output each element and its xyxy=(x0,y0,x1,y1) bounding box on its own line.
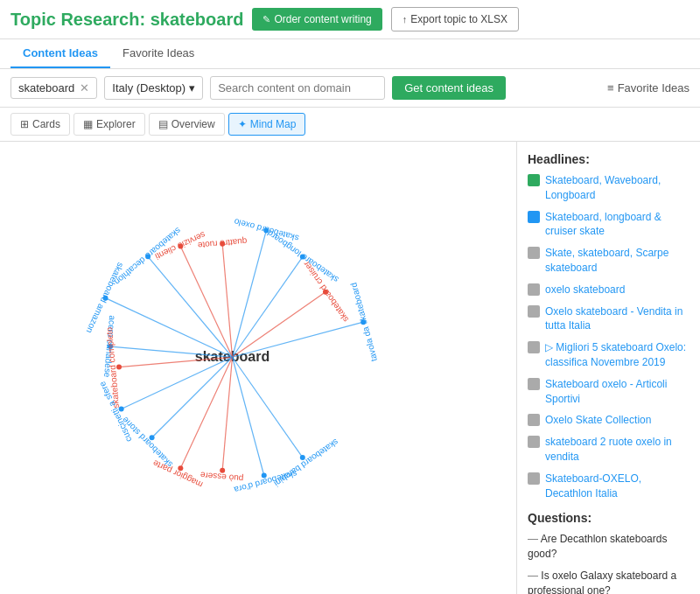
mind-map-svg: skateboardskateboard oxeloskateboard lon… xyxy=(0,142,516,594)
headline-item[interactable]: Oxelo Skate Collection xyxy=(528,413,690,428)
svg-text:tavola da skateboard: tavola da skateboard xyxy=(348,282,379,363)
get-ideas-button[interactable]: Get content ideas xyxy=(392,76,506,100)
headline-icon xyxy=(528,174,540,186)
headline-link[interactable]: oxelo skateboard xyxy=(545,283,625,297)
headline-item[interactable]: Skateboard oxelo - Articoli Sportivi xyxy=(528,377,690,407)
svg-line-4 xyxy=(233,257,303,358)
svg-text:può essere: può essere xyxy=(200,471,244,484)
headline-item[interactable]: oxelo skateboard xyxy=(528,283,690,297)
svg-line-10 xyxy=(233,322,364,357)
keyword-value: skateboard xyxy=(18,81,74,94)
sidebar-panel: Headlines: Skateboard, Waveboard, Longbo… xyxy=(516,142,700,594)
headline-item[interactable]: Skateboard-OXELO, Decathlon Italia xyxy=(528,472,690,501)
headline-icon xyxy=(528,414,540,426)
keyword-input-wrapper: skateboard ✕ xyxy=(10,77,97,99)
headline-item[interactable]: Skate, skateboard, Scarpe skateboard xyxy=(528,246,690,276)
country-select[interactable]: Italy (Desktop) ▾ xyxy=(104,76,203,100)
tab-content-ideas[interactable]: Content Ideas xyxy=(10,39,110,68)
headline-icon xyxy=(528,283,540,296)
export-topic-button[interactable]: ↑ Export topic to XLSX xyxy=(391,7,519,31)
headline-item[interactable]: Skateboard, Waveboard, Longboard xyxy=(528,173,690,203)
headline-link[interactable]: Skateboard, longboard & cruiser skate xyxy=(545,210,690,240)
page-title: Topic Research: skateboard xyxy=(10,10,243,30)
svg-line-22 xyxy=(105,298,232,358)
tab-mind-map[interactable]: ✦ Mind Map xyxy=(228,113,306,136)
mindmap-icon: ✦ xyxy=(238,118,247,130)
svg-line-46 xyxy=(233,357,303,458)
table-icon: ▦ xyxy=(83,118,93,130)
tab-overview[interactable]: ▤ Overview xyxy=(149,113,225,136)
grid-icon: ⊞ xyxy=(20,118,29,130)
headlines-list: Skateboard, Waveboard, Longboard Skatebo… xyxy=(528,173,690,500)
headline-link[interactable]: Oxelo skateboard - Vendita in tutta Ital… xyxy=(545,304,690,334)
headline-item[interactable]: skateboard 2 ruote oxelo in vendita xyxy=(528,435,690,465)
headline-item[interactable]: ▷ Migliori 5 skateboard Oxelo: classific… xyxy=(528,340,690,370)
search-domain-input[interactable] xyxy=(210,76,385,100)
question-text: Is oxelo Galaxy skateboard a professiona… xyxy=(528,570,676,594)
headline-icon xyxy=(528,436,540,448)
favorite-ideas-button[interactable]: ≡ Favorite Ideas xyxy=(607,81,690,94)
questions-list: — Are Decathlon skateboards good?— Is ox… xyxy=(528,532,690,594)
order-content-button[interactable]: ✎ Order content writing xyxy=(252,8,382,31)
question-dash: — xyxy=(528,570,541,582)
questions-section: Questions: — Are Decathlon skateboards g… xyxy=(528,511,690,594)
svg-line-19 xyxy=(148,256,232,357)
main-content: skateboardskateboard oxeloskateboard lon… xyxy=(0,142,700,594)
svg-text:skateboard longboard: skateboard longboard xyxy=(265,228,340,285)
nav-tabs: Content Ideas Favorite Ideas xyxy=(0,39,700,69)
svg-line-7 xyxy=(233,292,326,358)
headline-link[interactable]: Skate, skateboard, Scarpe skateboard xyxy=(545,246,690,276)
question-dash: — xyxy=(528,533,541,545)
svg-line-1 xyxy=(233,230,267,357)
svg-line-34 xyxy=(152,357,233,437)
headline-link[interactable]: Skateboard, Waveboard, Longboard xyxy=(545,173,690,203)
headline-icon xyxy=(528,211,540,223)
view-tabs: ⊞ Cards ▦ Explorer ▤ Overview ✦ Mind Map xyxy=(0,108,700,142)
headline-icon xyxy=(528,305,540,318)
headlines-title: Headlines: xyxy=(528,152,690,166)
list-icon: ≡ xyxy=(607,81,614,94)
headline-item[interactable]: Oxelo skateboard - Vendita in tutta Ital… xyxy=(528,304,690,334)
svg-text:maggior parte: maggior parte xyxy=(150,458,204,490)
clear-keyword-button[interactable]: ✕ xyxy=(80,81,89,94)
svg-text:skateboard decathlon: skateboard decathlon xyxy=(113,226,183,287)
headline-icon xyxy=(528,341,540,353)
question-item: — Is oxelo Galaxy skateboard a professio… xyxy=(528,569,690,594)
headline-link[interactable]: Skateboard oxelo - Articoli Sportivi xyxy=(545,377,690,407)
questions-title: Questions: xyxy=(528,511,690,525)
question-item: — Are Decathlon skateboards good? xyxy=(528,532,690,562)
headline-item[interactable]: Skateboard, longboard & cruiser skate xyxy=(528,210,690,240)
headline-icon xyxy=(528,247,540,259)
overview-icon: ▤ xyxy=(158,118,168,130)
headline-icon xyxy=(528,472,540,485)
svg-text:skateboard bambini: skateboard bambini xyxy=(272,437,340,489)
headline-link[interactable]: skateboard 2 ruote oxelo in vendita xyxy=(545,435,690,465)
headline-link[interactable]: Skateboard-OXELO, Decathlon Italia xyxy=(545,472,690,501)
svg-text:skateboard amazon: skateboard amazon xyxy=(84,261,125,334)
headline-link[interactable]: Oxelo Skate Collection xyxy=(545,413,651,428)
headline-icon xyxy=(528,378,540,390)
toolbar: skateboard ✕ Italy (Desktop) ▾ Get conte… xyxy=(0,69,700,108)
mind-map-area: skateboardskateboard oxeloskateboard lon… xyxy=(0,142,516,594)
svg-line-43 xyxy=(233,357,264,475)
tab-explorer[interactable]: ▦ Explorer xyxy=(74,113,145,136)
tab-cards[interactable]: ⊞ Cards xyxy=(10,113,70,136)
headline-link[interactable]: ▷ Migliori 5 skateboard Oxelo: classific… xyxy=(545,340,690,370)
top-bar: Topic Research: skateboard ✎ Order conte… xyxy=(0,0,700,39)
chevron-down-icon: ▾ xyxy=(189,81,195,94)
question-text: Are Decathlon skateboards good? xyxy=(528,533,667,560)
tab-favorite-ideas[interactable]: Favorite Ideas xyxy=(110,39,206,68)
